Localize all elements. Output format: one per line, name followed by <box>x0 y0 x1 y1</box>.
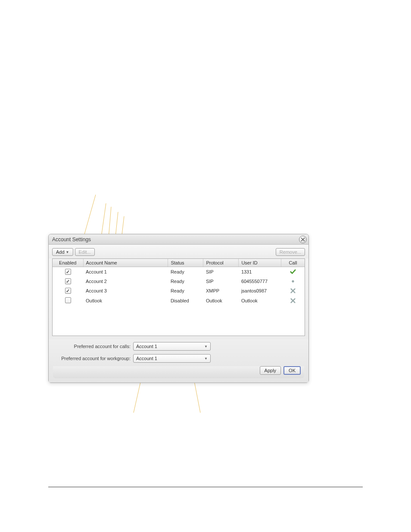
pref-workgroup-row: Preferred account for workgroup: Account… <box>53 354 304 363</box>
ok-button[interactable]: OK <box>283 366 301 375</box>
dialog-title: Account Settings <box>52 236 91 243</box>
cell-call <box>281 267 305 277</box>
chevron-down-icon: ▼ <box>204 357 208 361</box>
col-header-user-id[interactable]: User ID <box>239 259 281 267</box>
enabled-checkbox[interactable] <box>65 278 71 284</box>
table-row[interactable]: Account 2ReadySIP6045550777 <box>53 277 305 286</box>
cell-protocol: XMPP <box>203 286 239 296</box>
cell-account-name: Account 2 <box>83 277 168 286</box>
cell-status: Ready <box>168 267 203 277</box>
edit-button[interactable]: Edit... <box>75 248 95 256</box>
svg-point-7 <box>292 280 294 282</box>
cell-protocol: SIP <box>203 277 239 286</box>
close-button[interactable] <box>299 236 307 243</box>
accounts-table: Enabled Account Name Status Protocol Use… <box>53 259 305 306</box>
cell-protocol: SIP <box>203 267 239 277</box>
add-button[interactable]: Add ▼ <box>52 248 73 256</box>
chevron-down-icon: ▼ <box>66 250 69 254</box>
cell-call <box>281 277 305 286</box>
dialog-footer: Apply OK <box>53 366 304 378</box>
col-header-enabled[interactable]: Enabled <box>53 259 83 267</box>
remove-button[interactable]: Remove... <box>276 248 305 256</box>
edit-button-label: Edit... <box>79 249 91 255</box>
apply-button[interactable]: Apply <box>260 366 281 375</box>
cell-status: Disabled <box>168 296 203 306</box>
pref-calls-label: Preferred account for calls: <box>53 344 131 349</box>
enabled-checkbox[interactable] <box>65 269 71 275</box>
table-row[interactable]: Account 3ReadyXMPPjsantos0987 <box>53 286 305 296</box>
page-footer-rule <box>48 487 363 487</box>
pref-workgroup-value: Account 1 <box>136 356 157 361</box>
pref-calls-dropdown[interactable]: Account 1 ▼ <box>133 342 211 351</box>
dot-icon <box>283 278 302 284</box>
account-settings-dialog: Account Settings Add ▼ Edit... Remove...… <box>48 234 309 383</box>
col-header-status[interactable]: Status <box>168 259 203 267</box>
cell-call <box>281 286 305 296</box>
enabled-checkbox[interactable] <box>65 288 71 294</box>
titlebar: Account Settings <box>49 234 308 245</box>
cell-user-id: Outlook <box>239 296 281 306</box>
x-icon <box>283 288 302 294</box>
cell-status: Ready <box>168 277 203 286</box>
table-row[interactable]: Account 1ReadySIP1331 <box>53 267 305 277</box>
cell-account-name: Outlook <box>83 296 168 306</box>
accounts-table-container: Enabled Account Name Status Protocol Use… <box>52 258 305 336</box>
pref-calls-row: Preferred account for calls: Account 1 ▼ <box>53 342 304 351</box>
checkmark-icon <box>283 269 302 275</box>
close-icon <box>301 237 305 242</box>
x-icon <box>283 298 302 304</box>
apply-button-label: Apply <box>265 368 277 373</box>
chevron-down-icon: ▼ <box>204 345 208 348</box>
preferences-section: Preferred account for calls: Account 1 ▼… <box>49 339 308 383</box>
pref-calls-value: Account 1 <box>136 344 157 349</box>
enabled-checkbox[interactable] <box>65 297 71 303</box>
col-header-account-name[interactable]: Account Name <box>83 259 168 267</box>
table-header-row: Enabled Account Name Status Protocol Use… <box>53 259 305 267</box>
col-header-call[interactable]: Call <box>281 259 305 267</box>
cell-status: Ready <box>168 286 203 296</box>
add-button-label: Add <box>56 249 65 255</box>
pref-workgroup-dropdown[interactable]: Account 1 ▼ <box>133 354 211 363</box>
pref-workgroup-label: Preferred account for workgroup: <box>53 356 131 361</box>
col-header-protocol[interactable]: Protocol <box>203 259 239 267</box>
cell-user-id: jsantos0987 <box>239 286 281 296</box>
cell-call <box>281 296 305 306</box>
table-row[interactable]: OutlookDisabledOutlookOutlook <box>53 296 305 306</box>
cell-user-id: 1331 <box>239 267 281 277</box>
cell-account-name: Account 3 <box>83 286 168 296</box>
cell-protocol: Outlook <box>203 296 239 306</box>
toolbar: Add ▼ Edit... Remove... <box>49 245 308 258</box>
cell-account-name: Account 1 <box>83 267 168 277</box>
ok-button-label: OK <box>289 368 296 373</box>
cell-user-id: 6045550777 <box>239 277 281 286</box>
remove-button-label: Remove... <box>280 249 301 255</box>
